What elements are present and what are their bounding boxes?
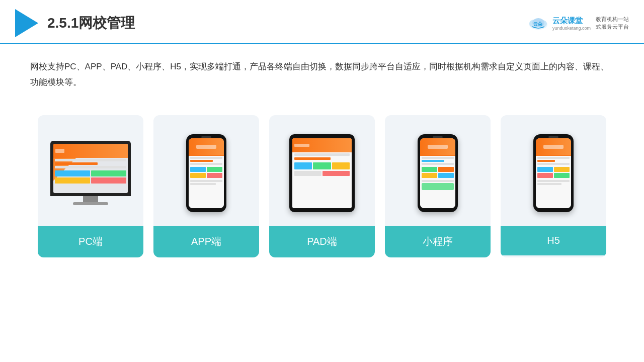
cloud-logo-icon: 云朵 <box>527 16 549 31</box>
pc-stand <box>83 196 98 202</box>
card-pad-label: PAD端 <box>269 226 375 257</box>
card-h5: H5 <box>501 115 606 257</box>
card-pad: PAD端 <box>269 115 375 257</box>
tablet-content-pad <box>292 138 352 208</box>
card-miniapp-label: 小程序 <box>385 226 491 257</box>
logo-triangle-icon <box>15 9 38 37</box>
brand-logo: 云朵 云朵课堂 yunduoketang.com <box>527 16 591 31</box>
svg-text:云朵: 云朵 <box>533 22 543 27</box>
device-pc <box>50 141 131 205</box>
card-pad-image <box>269 115 375 226</box>
phone-screen-h5 <box>536 138 571 208</box>
phone-content-app <box>189 138 224 208</box>
card-miniapp: 小程序 <box>385 115 491 257</box>
description-content: 网校支持PC、APP、PAD、小程序、H5，实现多端打通，产品各终端自由切换，数… <box>30 62 609 87</box>
tablet-screen-pad <box>292 138 352 208</box>
card-pc-label: PC端 <box>38 226 143 257</box>
page-title: 2.5.1网校管理 <box>47 14 135 33</box>
cards-container: PC端 <box>0 95 644 257</box>
card-h5-image <box>501 115 606 226</box>
phone-content-h5 <box>536 138 571 208</box>
card-miniapp-image <box>385 115 491 226</box>
header-left: 2.5.1网校管理 <box>15 9 135 37</box>
pc-base <box>73 202 108 205</box>
card-app-label: APP端 <box>153 226 259 257</box>
phone-content-miniapp <box>420 138 455 208</box>
header-right: 云朵 云朵课堂 yunduoketang.com 教育机构一站式服务云平台 <box>527 16 629 31</box>
pc-screen <box>53 144 128 193</box>
brand-domain: yunduoketang.com <box>552 26 591 31</box>
card-pc: PC端 <box>38 115 143 257</box>
brand-slogan: 教育机构一站式服务云平台 <box>596 16 629 31</box>
device-phone-h5 <box>533 134 574 212</box>
description-text: 网校支持PC、APP、PAD、小程序、H5，实现多端打通，产品各终端自由切换，数… <box>0 44 644 90</box>
device-tablet-pad <box>289 134 355 212</box>
brand-name: 云朵课堂 <box>552 16 583 26</box>
header: 2.5.1网校管理 云朵 云朵课堂 yunduoketang.com 教育机构一… <box>0 0 644 44</box>
phone-screen-miniapp <box>420 138 455 208</box>
card-pc-image <box>38 115 143 226</box>
card-app-image <box>153 115 259 226</box>
card-app: APP端 <box>153 115 259 257</box>
pc-monitor <box>50 141 131 196</box>
brand-text: 云朵课堂 yunduoketang.com <box>552 16 591 31</box>
device-phone-miniapp <box>418 134 458 212</box>
phone-screen-app <box>189 138 224 208</box>
card-h5-label: H5 <box>501 226 606 255</box>
device-phone-app <box>186 134 226 212</box>
